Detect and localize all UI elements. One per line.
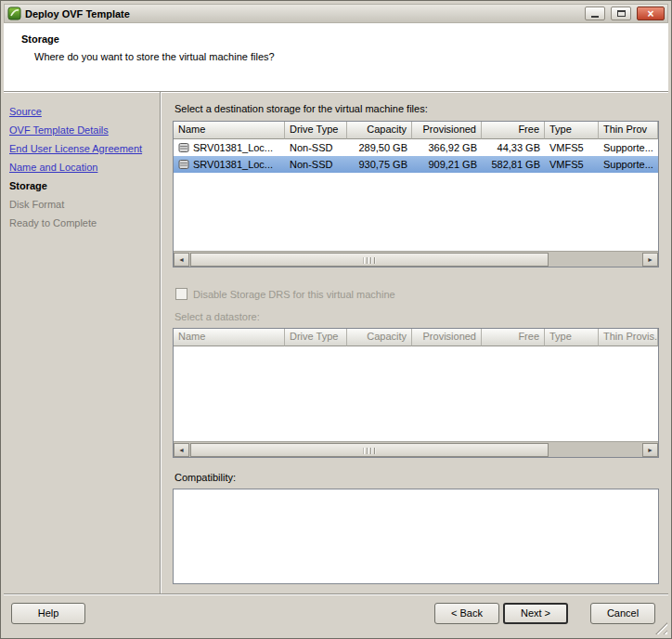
cell-provisioned: 909,21 GB [412,159,482,170]
column-header-provisioned: Provisioned [412,329,482,346]
cell-thin-prov: Supporte... [599,142,658,153]
maximize-button[interactable] [611,7,631,20]
sidebar-item-ready: Ready to Complete [9,216,156,230]
deploy-ovf-template-dialog: Deploy OVF Template × Storage Where do y… [0,0,672,639]
cell-capacity: 289,50 GB [347,142,412,153]
column-header-drive-type: Drive Type [285,329,347,346]
help-button[interactable]: Help [11,603,85,624]
horizontal-scrollbar[interactable]: ◄ ► [174,441,658,457]
datastore-icon [178,159,189,170]
column-header-name: Name [174,329,285,346]
sidebar-item-eula[interactable]: End User License Agreement [9,142,156,156]
disable-storage-drs-row: Disable Storage DRS for this virtual mac… [175,288,659,300]
column-header-thin-prov: Thin Provis... [599,329,658,346]
title-bar[interactable]: Deploy OVF Template × [4,4,668,23]
sidebar-item-name-location[interactable]: Name and Location [9,161,156,175]
select-datastore-label: Select a datastore: [174,311,659,322]
sidebar-item-storage: Storage [9,179,156,193]
datastore-icon [178,142,189,153]
scroll-left-icon[interactable]: ◄ [174,253,189,267]
sidebar-item-disk-format: Disk Format [9,198,156,212]
wizard-body: Source OVF Template Details End User Lic… [4,92,668,593]
cell-thin-prov: Supporte... [599,159,658,170]
cell-free: 582,81 GB [482,159,545,170]
page-subtitle: Where do you want to store the virtual m… [34,51,668,62]
horizontal-scrollbar[interactable]: ◄ ► [174,251,658,267]
table-row-datastore-2-selected[interactable]: SRV01381_Loc... Non-SSD 930,75 GB 909,21… [174,156,658,173]
sidebar-item-source[interactable]: Source [9,105,156,119]
column-header-capacity[interactable]: Capacity [347,122,412,139]
cell-name: SRV01381_Loc... [174,159,285,170]
column-header-free: Free [482,329,545,346]
table-body: SRV01381_Loc... Non-SSD 289,50 GB 366,92… [174,139,658,251]
minimize-icon [591,16,599,18]
destination-storage-table: Name Drive Type Capacity Provisioned Fre… [173,121,659,267]
column-header-provisioned[interactable]: Provisioned [412,122,482,139]
scrollbar-thumb[interactable] [190,443,549,457]
wizard-header: Storage Where do you want to store the v… [4,23,668,92]
datastore-table: Name Drive Type Capacity Provisioned Fre… [173,328,659,458]
table-row-datastore-1[interactable]: SRV01381_Loc... Non-SSD 289,50 GB 366,92… [174,139,658,156]
cell-free: 44,33 GB [482,142,545,153]
back-button[interactable]: < Back [434,603,499,624]
column-header-type[interactable]: Type [545,122,599,139]
table-header-row: Name Drive Type Capacity Provisioned Fre… [174,329,658,346]
scroll-left-icon[interactable]: ◄ [174,443,189,457]
cell-drive-type: Non-SSD [285,159,347,170]
close-icon: × [647,9,653,19]
column-header-thin-prov[interactable]: Thin Prov [599,122,658,139]
cell-type: VMFS5 [545,159,599,170]
compatibility-box [173,489,659,584]
maximize-icon [617,10,626,17]
vsphere-app-icon [7,7,21,20]
disable-storage-drs-checkbox [175,288,187,300]
disable-storage-drs-label: Disable Storage DRS for this virtual mac… [193,289,395,300]
close-button[interactable]: × [637,7,665,20]
scrollbar-thumb[interactable] [190,253,549,267]
minimize-button[interactable] [585,7,605,20]
cell-capacity: 930,75 GB [347,159,412,170]
scrollbar-grip-icon [364,257,376,264]
table-body-empty [174,346,658,441]
next-button[interactable]: Next > [503,603,568,624]
column-header-type: Type [545,329,599,346]
column-header-capacity: Capacity [347,329,412,346]
table-header-row: Name Drive Type Capacity Provisioned Fre… [174,122,658,139]
storage-step-content: Select a destination storage for the vir… [162,92,668,593]
column-header-name[interactable]: Name [174,122,285,139]
cell-provisioned: 366,92 GB [412,142,482,153]
scrollbar-grip-icon [364,448,376,454]
window-title: Deploy OVF Template [25,8,579,20]
column-header-drive-type[interactable]: Drive Type [285,122,347,139]
scroll-right-icon[interactable]: ► [642,443,658,457]
wizard-steps-sidebar: Source OVF Template Details End User Lic… [4,92,160,593]
cell-type: VMFS5 [545,142,599,153]
compatibility-label: Compatibility: [174,472,659,483]
page-title: Storage [21,33,668,45]
cell-drive-type: Non-SSD [285,142,347,153]
scroll-right-icon[interactable]: ► [642,253,658,267]
sidebar-item-ovf-details[interactable]: OVF Template Details [9,124,156,137]
cell-name: SRV01381_Loc... [174,142,285,153]
cancel-button[interactable]: Cancel [590,603,655,624]
destination-storage-label: Select a destination storage for the vir… [174,103,659,114]
dialog-footer: Help < Back Next > Cancel [4,593,668,635]
column-header-free[interactable]: Free [482,122,545,139]
